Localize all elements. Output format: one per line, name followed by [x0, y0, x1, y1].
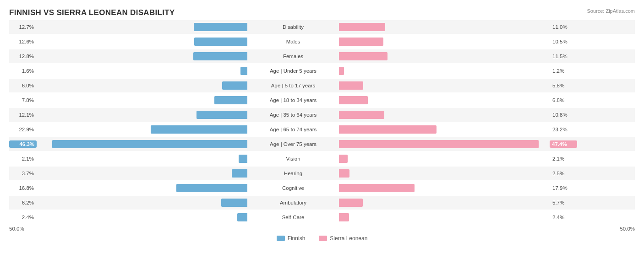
bar-label: Age | 65 to 74 years — [247, 127, 339, 132]
bar-label: Ambulatory — [247, 200, 339, 205]
bar-row: 46.3% Age | Over 75 years 47.4% — [9, 137, 635, 151]
bar-label: Females — [247, 54, 339, 59]
left-bar-container — [37, 213, 247, 221]
sierra-label: Sierra Leonean — [330, 235, 367, 242]
bar-row: 2.1% Vision 2.1% — [9, 152, 635, 166]
right-bar — [339, 199, 363, 207]
finnish-color-box — [277, 236, 285, 241]
left-bar-container — [37, 199, 247, 207]
right-bar-container — [339, 184, 550, 192]
left-bar-container — [37, 38, 247, 46]
left-value: 12.8% — [9, 54, 37, 59]
left-bar — [194, 23, 247, 31]
right-value: 2.5% — [550, 171, 577, 176]
left-bar-container — [37, 184, 247, 192]
bottom-labels: 50.0% 50.0% — [9, 226, 635, 232]
left-value: 12.1% — [9, 112, 37, 118]
right-bar-container — [339, 140, 550, 148]
left-value: 1.6% — [9, 68, 37, 74]
right-bar — [339, 213, 349, 221]
right-bar-container — [339, 23, 550, 31]
right-bar-container — [339, 67, 550, 75]
right-bar-container — [339, 199, 550, 207]
bottom-right-label: 50.0% — [620, 226, 635, 232]
right-value: 17.9% — [550, 185, 577, 191]
left-bar-container — [37, 81, 247, 90]
bar-row: 22.9% Age | 65 to 74 years 23.2% — [9, 123, 635, 136]
bottom-left-label: 50.0% — [9, 226, 24, 232]
left-bar — [193, 52, 247, 60]
left-value: 22.9% — [9, 127, 37, 132]
right-bar-container — [339, 81, 550, 90]
source-text: Source: ZipAtlas.com — [587, 8, 635, 14]
left-bar — [240, 67, 247, 75]
bar-row: 6.2% Ambulatory 5.7% — [9, 196, 635, 210]
left-bar-container — [37, 111, 247, 119]
right-bar — [339, 125, 437, 134]
right-bar — [339, 111, 384, 119]
left-bar-container — [37, 23, 247, 31]
bar-row: 3.7% Hearing 2.5% — [9, 167, 635, 180]
left-bar-container — [37, 67, 247, 75]
right-value: 2.1% — [550, 156, 577, 162]
left-bar — [232, 169, 247, 178]
left-value: 16.8% — [9, 185, 37, 191]
left-value: 7.8% — [9, 97, 37, 103]
right-value: 10.8% — [550, 112, 577, 118]
right-value: 23.2% — [550, 127, 577, 132]
bar-label: Males — [247, 39, 339, 44]
left-value: 12.7% — [9, 24, 37, 30]
bar-label: Age | 18 to 34 years — [247, 97, 339, 103]
right-bar — [339, 140, 539, 148]
left-value: 6.2% — [9, 200, 37, 205]
right-bar — [339, 155, 348, 163]
right-bar-container — [339, 169, 550, 178]
left-bar — [176, 184, 247, 192]
right-bar-container — [339, 111, 550, 119]
left-bar-container — [37, 169, 247, 178]
bar-label: Age | 5 to 17 years — [247, 83, 339, 88]
left-value: 2.1% — [9, 156, 37, 162]
right-bar — [339, 81, 363, 90]
right-bar-container — [339, 96, 550, 104]
right-bar — [339, 38, 383, 46]
right-bar-container — [339, 38, 550, 46]
right-bar-container — [339, 125, 550, 134]
left-bar-container — [37, 140, 247, 148]
bar-label: Age | Over 75 years — [247, 141, 339, 147]
left-value: 46.3% — [9, 140, 37, 148]
right-bar — [339, 169, 349, 178]
left-bar-container — [37, 155, 247, 163]
left-bar-container — [37, 96, 247, 104]
left-value: 12.6% — [9, 39, 37, 44]
left-value: 2.4% — [9, 215, 37, 220]
right-bar — [339, 184, 415, 192]
bar-row: 12.8% Females 11.5% — [9, 49, 635, 63]
right-value: 10.5% — [550, 39, 577, 44]
legend-finnish: Finnish — [277, 235, 306, 242]
bar-row: 7.8% Age | 18 to 34 years 6.8% — [9, 93, 635, 107]
right-bar — [339, 67, 344, 75]
right-value: 1.2% — [550, 68, 577, 74]
legend-sierra: Sierra Leonean — [319, 235, 367, 242]
bar-row: 16.8% Cognitive 17.9% — [9, 181, 635, 195]
left-bar — [194, 38, 247, 46]
chart-area: 12.7% Disability 11.0% 12.6% Males 10.5%… — [9, 20, 635, 224]
sierra-color-box — [319, 236, 327, 241]
right-value: 5.8% — [550, 83, 577, 88]
left-bar — [237, 213, 247, 221]
left-value: 6.0% — [9, 83, 37, 88]
bar-label: Self-Care — [247, 215, 339, 220]
left-bar-container — [37, 125, 247, 134]
right-bar — [339, 23, 385, 31]
bar-label: Age | 35 to 64 years — [247, 112, 339, 118]
finnish-label: Finnish — [288, 235, 306, 242]
right-value: 47.4% — [550, 140, 577, 148]
left-bar — [151, 125, 247, 134]
right-bar-container — [339, 213, 550, 221]
bar-row: 1.6% Age | Under 5 years 1.2% — [9, 64, 635, 78]
bar-row: 12.1% Age | 35 to 64 years 10.8% — [9, 108, 635, 122]
right-bar — [339, 52, 387, 60]
left-bar — [52, 140, 247, 148]
left-bar — [221, 199, 247, 207]
